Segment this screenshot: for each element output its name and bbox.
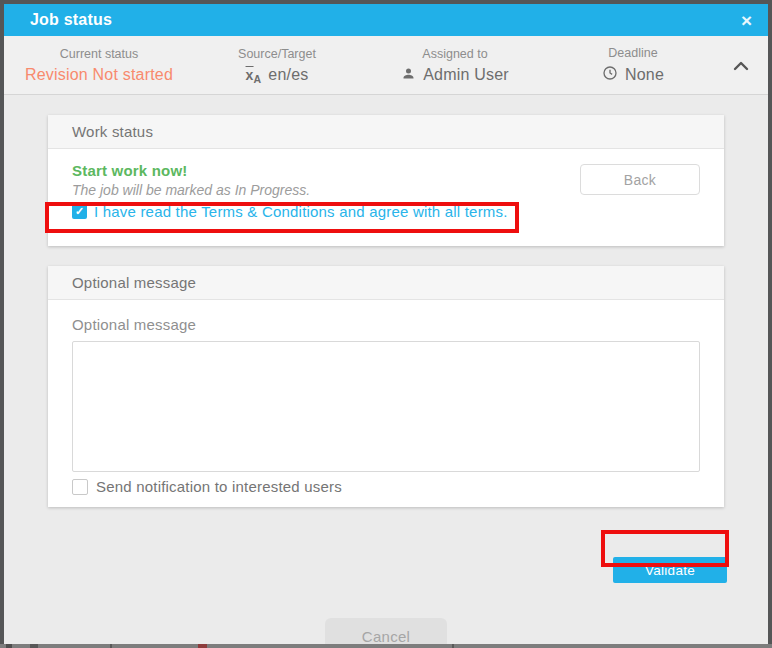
optional-message-header: Optional message <box>48 266 724 300</box>
job-summary-bar: Current status Revision Not started Sour… <box>4 36 768 95</box>
notify-label[interactable]: Send notification to interested users <box>96 478 342 495</box>
chevron-up-icon[interactable] <box>731 57 751 76</box>
optional-message-body: Optional message Send notification to in… <box>48 300 724 507</box>
dialog-header: Job status × <box>4 4 768 36</box>
current-status-label: Current status <box>60 47 139 61</box>
current-status-column: Current status Revision Not started <box>10 36 188 94</box>
notify-checkbox[interactable] <box>72 479 88 495</box>
clock-icon <box>602 65 618 85</box>
language-pair: en/es <box>268 66 308 84</box>
terms-checkbox-row[interactable]: ✓ I have read the Terms & Conditions and… <box>72 203 700 220</box>
page-strip-mark <box>110 644 112 648</box>
underlying-page-strip <box>0 644 772 648</box>
source-target-column: Source/Target xA en/es <box>188 36 366 94</box>
translate-icon: xA <box>246 66 262 85</box>
assigned-to-value: Admin User <box>401 66 509 85</box>
validate-button[interactable]: Validate <box>613 557 727 583</box>
optional-message-section: Optional message Optional message Send n… <box>48 266 724 507</box>
deadline-column: Deadline None <box>544 36 722 94</box>
person-icon <box>401 66 416 85</box>
dialog-title: Job status <box>30 11 112 29</box>
assigned-to-label: Assigned to <box>422 47 487 61</box>
source-target-value: xA en/es <box>246 66 309 85</box>
optional-message-field-label: Optional message <box>72 316 700 333</box>
assignee-name: Admin User <box>423 66 509 84</box>
close-icon[interactable]: × <box>741 11 752 30</box>
job-status-dialog: Job status × Current status Revision Not… <box>4 4 768 644</box>
deadline-label: Deadline <box>608 46 657 60</box>
dialog-body: Work status Start work now! The job will… <box>4 115 768 648</box>
work-status-header: Work status <box>48 115 724 149</box>
work-status-body: Start work now! The job will be marked a… <box>48 149 724 246</box>
terms-checkbox[interactable]: ✓ <box>72 204 87 219</box>
deadline-text: None <box>625 66 664 84</box>
page-strip-mark <box>30 644 38 648</box>
assigned-to-column: Assigned to Admin User <box>366 36 544 94</box>
source-target-label: Source/Target <box>238 47 316 61</box>
back-button[interactable]: Back <box>580 164 700 195</box>
optional-message-textarea[interactable] <box>72 341 700 472</box>
dimmed-page-background: Job status × Current status Revision Not… <box>0 0 772 648</box>
page-strip-mark <box>452 644 454 648</box>
terms-label[interactable]: I have read the Terms & Conditions and a… <box>94 203 508 220</box>
work-status-section: Work status Start work now! The job will… <box>48 115 724 246</box>
current-status-value: Revision Not started <box>25 66 173 84</box>
page-strip-mark <box>6 644 12 648</box>
notify-checkbox-row[interactable]: Send notification to interested users <box>72 478 700 495</box>
deadline-value: None <box>602 65 664 85</box>
page-strip-mark <box>198 644 207 648</box>
